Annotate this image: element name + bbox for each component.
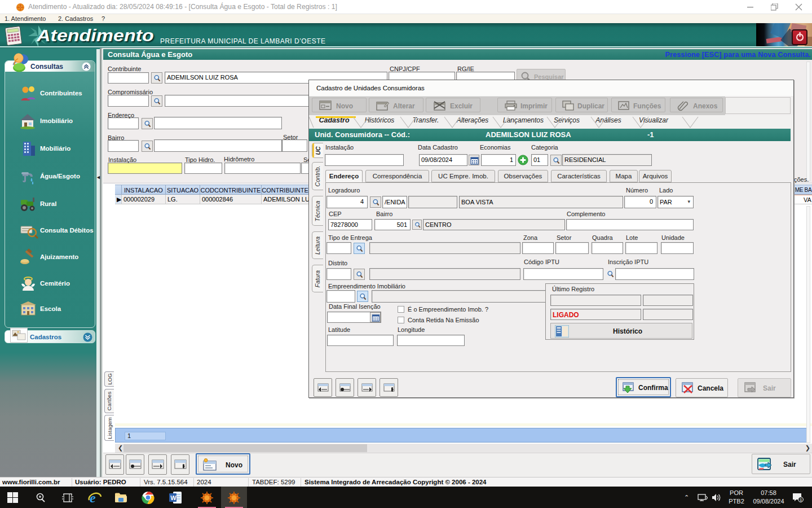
svg-text:1: 1: [800, 498, 802, 502]
svg-text:W: W: [170, 494, 176, 501]
